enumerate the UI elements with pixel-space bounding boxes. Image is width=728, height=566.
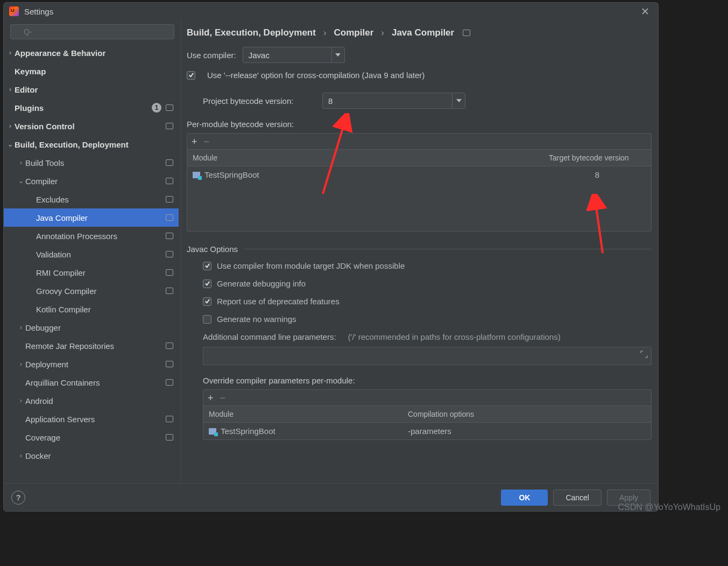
option-label: Report use of deprecated features (217, 297, 340, 306)
sidebar-item-rmi-compiler[interactable]: RMI Compiler (4, 263, 179, 282)
project-scope-icon (166, 434, 173, 441)
release-option-checkbox[interactable] (187, 71, 195, 80)
sidebar-item-build-tools[interactable]: ›Build Tools (4, 153, 179, 172)
remove-button[interactable]: − (220, 393, 226, 403)
sidebar-item-android[interactable]: ›Android (4, 392, 179, 410)
sidebar-item-keymap[interactable]: Keymap (4, 62, 179, 80)
settings-tree[interactable]: ›Appearance & BehaviorKeymap›EditorPlugi… (4, 44, 181, 483)
use-compiler-select[interactable]: Javac (243, 47, 345, 63)
sidebar-item-kotlin-compiler[interactable]: Kotlin Compiler (4, 300, 179, 318)
project-scope-icon (166, 379, 173, 386)
option-row: Report use of deprecated features (203, 297, 652, 306)
sidebar-item-label: Java Compiler (36, 213, 166, 222)
sidebar-item-plugins[interactable]: Plugins1 (4, 99, 179, 117)
chevron-right-icon: › (17, 324, 25, 331)
sidebar-item-editor[interactable]: ›Editor (4, 80, 179, 99)
chevron-right-icon: › (6, 122, 15, 130)
column-header-module: Module (187, 150, 543, 166)
sidebar-item-validation[interactable]: Validation (4, 245, 179, 263)
column-header-compilation-options: Compilation options (402, 406, 639, 422)
chevron-right-icon: › (17, 397, 25, 404)
compilation-options-value[interactable]: -parameters (402, 423, 639, 439)
per-module-bytecode-label: Per-module bytecode version: (187, 120, 652, 129)
chevron-down-icon: ⌄ (6, 141, 15, 148)
override-params-label: Override compiler parameters per-module: (187, 376, 652, 385)
per-module-bytecode-panel: + − Module Target bytecode version TestS… (187, 133, 652, 232)
sidebar-item-groovy-compiler[interactable]: Groovy Compiler (4, 282, 179, 300)
sidebar-item-label: Application Servers (25, 415, 166, 424)
sidebar-item-label: Deployment (25, 360, 166, 369)
project-scope-icon (463, 30, 470, 36)
breadcrumb-item[interactable]: Build, Execution, Deployment (187, 27, 316, 38)
project-scope-icon (166, 196, 173, 202)
settings-sidebar: ›Appearance & BehaviorKeymap›EditorPlugi… (4, 20, 181, 483)
chevron-right-icon: › (17, 452, 25, 459)
sidebar-item-label: Remote Jar Repositories (25, 341, 166, 351)
sidebar-item-label: Build Tools (25, 158, 166, 167)
project-scope-icon (166, 214, 173, 221)
project-scope-icon (166, 178, 173, 184)
sidebar-item-deployment[interactable]: ›Deployment (4, 355, 179, 373)
breadcrumb-item: Java Compiler (392, 27, 454, 38)
module-icon (209, 428, 216, 435)
checkbox[interactable] (203, 279, 211, 288)
help-button[interactable]: ? (11, 491, 25, 505)
sidebar-item-label: Version Control (15, 122, 166, 131)
breadcrumb-item[interactable]: Compiler (334, 27, 374, 38)
watermark: CSDN @YoYoYoWhatIsUp (618, 502, 720, 512)
close-button[interactable] (638, 4, 653, 19)
chevron-down-icon (331, 47, 344, 62)
sidebar-item-version-control[interactable]: ›Version Control (4, 117, 179, 135)
chevron-right-icon: › (17, 159, 25, 166)
sidebar-item-label: Android (25, 396, 173, 406)
sidebar-item-compiler[interactable]: ⌄Compiler (4, 172, 179, 190)
addl-params-label: Additional command line parameters: (203, 332, 336, 341)
sidebar-item-label: Appearance & Behavior (15, 48, 173, 58)
chevron-right-icon: › (6, 86, 15, 93)
separator (243, 249, 652, 249)
target-bytecode-value[interactable]: 8 (543, 166, 651, 183)
sidebar-item-coverage[interactable]: Coverage (4, 428, 179, 446)
settings-window: Settings ›Appearance & BehaviorKeymap›Ed… (3, 2, 659, 512)
sidebar-item-docker[interactable]: ›Docker (4, 446, 179, 465)
sidebar-item-excludes[interactable]: Excludes (4, 190, 179, 208)
add-button[interactable]: + (208, 393, 214, 403)
sidebar-item-label: Groovy Compiler (36, 287, 166, 296)
sidebar-item-label: Docker (25, 451, 173, 460)
module-name: TestSpringBoot (204, 170, 259, 179)
project-scope-icon (166, 233, 173, 239)
sidebar-item-java-compiler[interactable]: Java Compiler (4, 208, 179, 227)
sidebar-item-remote-jar-repositories[interactable]: Remote Jar Repositories (4, 337, 179, 355)
update-count-badge: 1 (152, 103, 161, 113)
sidebar-item-label: Annotation Processors (36, 232, 166, 241)
project-scope-icon (166, 343, 173, 349)
option-row: Use compiler from module target JDK when… (203, 261, 652, 270)
sidebar-item-arquillian-containers[interactable]: Arquillian Containers (4, 373, 179, 392)
project-scope-icon (166, 288, 173, 294)
sidebar-item-application-servers[interactable]: Application Servers (4, 410, 179, 428)
sidebar-item-debugger[interactable]: ›Debugger (4, 318, 179, 337)
settings-search-input[interactable] (10, 24, 174, 39)
ide-logo-icon (9, 6, 19, 16)
sidebar-item-appearance-behavior[interactable]: ›Appearance & Behavior (4, 44, 179, 62)
checkbox[interactable] (203, 297, 211, 306)
sidebar-item-annotation-processors[interactable]: Annotation Processors (4, 227, 179, 245)
table-row[interactable]: TestSpringBoot8 (187, 166, 651, 183)
chevron-right-icon: › (6, 49, 15, 57)
breadcrumb: Build, Execution, Deployment › Compiler … (187, 20, 652, 47)
dialog-footer: ? OK Cancel Apply (4, 483, 658, 511)
expand-icon[interactable] (640, 351, 648, 358)
checkbox[interactable] (203, 315, 211, 324)
cancel-button[interactable]: Cancel (553, 490, 602, 506)
ok-button[interactable]: OK (501, 490, 548, 506)
checkbox[interactable] (203, 262, 211, 270)
option-row: Generate debugging info (203, 279, 652, 288)
project-bytecode-version-select[interactable]: 8 (322, 93, 465, 109)
sidebar-item-label: Kotlin Compiler (36, 305, 173, 314)
sidebar-item-label: Compiler (25, 177, 166, 186)
table-row[interactable]: TestSpringBoot-parameters (203, 423, 651, 439)
remove-button[interactable]: − (204, 137, 210, 146)
add-button[interactable]: + (192, 137, 197, 146)
sidebar-item-build-execution-deployment[interactable]: ⌄Build, Execution, Deployment (4, 135, 179, 153)
addl-params-input[interactable] (203, 347, 652, 365)
